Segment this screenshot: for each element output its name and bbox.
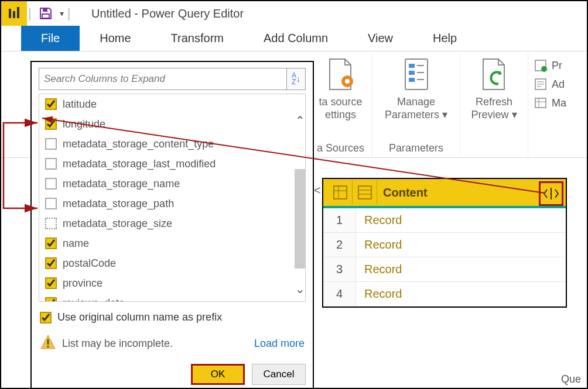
column-checkbox[interactable]	[45, 237, 57, 249]
tab-transform[interactable]: Transform	[151, 26, 244, 51]
load-more-link[interactable]: Load more	[254, 338, 305, 350]
save-icon[interactable]	[39, 6, 53, 20]
svg-rect-23	[334, 186, 347, 199]
tab-file[interactable]: File	[21, 26, 80, 51]
ribbon-refresh-preview[interactable]: Refresh Preview ▾	[460, 51, 528, 157]
column-checkbox[interactable]	[45, 257, 57, 269]
app-brand-icon	[1, 1, 27, 26]
svg-rect-26	[358, 186, 371, 199]
column-checkbox[interactable]	[45, 277, 57, 289]
column-item[interactable]: postalCode	[39, 253, 292, 273]
svg-rect-1	[13, 11, 15, 18]
column-checkbox[interactable]	[45, 118, 57, 130]
table-row[interactable]: 3Record	[323, 257, 566, 282]
column-item[interactable]: latitude	[39, 94, 292, 114]
column-label: name	[63, 237, 89, 250]
svg-rect-7	[405, 59, 428, 89]
ribbon-properties[interactable]: Pr	[534, 56, 587, 75]
ribbon-advanced-editor[interactable]: Ad	[534, 75, 587, 94]
ribbon-manage[interactable]: Ma	[534, 94, 587, 112]
column-checkbox[interactable]	[45, 218, 57, 229]
ok-button[interactable]: OK	[191, 364, 245, 385]
column-item[interactable]: province	[39, 273, 292, 293]
window-title: Untitled - Power Query Editor	[91, 7, 244, 20]
cancel-button[interactable]: Cancel	[252, 364, 306, 385]
scroll-up-icon[interactable]: ⌃	[295, 112, 305, 129]
ribbon-manage-parameters[interactable]: Manage Parameters ▾ Parameters	[372, 51, 460, 157]
row-selector-icon[interactable]	[328, 180, 353, 205]
column-item[interactable]: name	[39, 233, 292, 253]
column-label: metadata_storage_path	[63, 198, 174, 210]
svg-rect-8	[409, 64, 415, 68]
title-bar: | ▾ | Untitled - Power Query Editor	[1, 1, 587, 26]
column-checkbox[interactable]	[45, 297, 57, 302]
prefix-checkbox[interactable]	[40, 312, 52, 323]
ribbon-right-group: Pr Ad Ma Que	[528, 51, 587, 157]
tab-view[interactable]: View	[348, 26, 413, 51]
column-checkbox[interactable]	[45, 138, 57, 150]
refresh-icon	[477, 56, 512, 92]
search-input[interactable]	[39, 68, 287, 90]
column-label: metadata_storage_last_modified	[63, 158, 216, 170]
column-label: longitude	[63, 118, 105, 130]
ribbon-right-footer: Que	[561, 373, 581, 385]
svg-rect-30	[47, 339, 49, 345]
column-header-content[interactable]: Content	[377, 186, 428, 199]
tab-home[interactable]: Home	[80, 26, 151, 51]
column-label: latitude	[63, 98, 97, 111]
column-checkbox[interactable]	[45, 178, 57, 190]
column-label: metadata_storage_content_type	[63, 138, 214, 150]
tab-help[interactable]: Help	[413, 26, 477, 51]
gear-document-icon	[323, 56, 358, 92]
expand-columns-popup: AZ↓ ⌃ ⌄ latitudelongitudemetadata_storag…	[30, 61, 314, 389]
column-checkbox[interactable]	[45, 158, 57, 170]
svg-point-6	[345, 79, 350, 84]
expand-column-button[interactable]	[539, 181, 563, 206]
svg-rect-0	[9, 9, 11, 18]
column-type-icon[interactable]	[353, 180, 377, 205]
warning-icon	[40, 334, 56, 353]
scrollbar-thumb[interactable]	[295, 169, 305, 268]
column-label: province	[63, 277, 102, 290]
svg-rect-10	[409, 78, 415, 82]
column-list: ⌃ ⌄ latitudelongitudemetadata_storage_co…	[39, 94, 306, 302]
column-item[interactable]: metadata_storage_last_modified	[39, 154, 292, 174]
ribbon-data-source-settings[interactable]: ta source ettings a Sources	[309, 51, 372, 157]
separator: |	[28, 6, 32, 21]
table-row[interactable]: 2Record	[323, 233, 566, 257]
column-label: postalCode	[63, 257, 116, 270]
svg-point-15	[541, 66, 547, 72]
prefix-label: Use original column name as prefix	[57, 311, 222, 323]
svg-rect-3	[43, 9, 47, 12]
column-label: metadata_storage_size	[63, 218, 172, 230]
svg-rect-31	[47, 346, 49, 347]
svg-rect-2	[17, 7, 19, 18]
table-row[interactable]: 1Record	[323, 208, 566, 233]
table-row[interactable]: 4Record	[323, 282, 566, 307]
column-label: reviews_date	[63, 297, 125, 302]
tab-add-column[interactable]: Add Column	[244, 26, 348, 51]
column-item[interactable]: metadata_storage_path	[39, 194, 292, 214]
column-label: metadata_storage_name	[63, 178, 180, 190]
column-item[interactable]: metadata_storage_size	[39, 214, 292, 233]
column-item[interactable]: longitude	[39, 114, 292, 134]
ribbon-tabs: File Home Transform Add Column View Help	[1, 26, 587, 51]
column-item[interactable]: metadata_storage_name	[39, 174, 292, 194]
svg-rect-20	[535, 98, 546, 108]
qat-dropdown-icon[interactable]: ▾	[60, 9, 64, 18]
column-checkbox[interactable]	[45, 198, 57, 209]
parameters-icon	[399, 56, 434, 92]
svg-rect-4	[42, 14, 49, 18]
warning-text: List may be incomplete.	[62, 338, 173, 350]
data-preview: < Content 1Record 2Record 3Record 4Recor…	[322, 178, 567, 308]
column-header-row: Content	[323, 179, 566, 208]
column-item[interactable]: reviews_date	[39, 293, 292, 302]
svg-rect-9	[409, 71, 415, 75]
column-item[interactable]: metadata_storage_content_type	[39, 134, 292, 154]
collapse-nav-icon[interactable]: <	[314, 184, 321, 197]
scroll-down-icon[interactable]: ⌄	[295, 280, 305, 298]
sort-az-button[interactable]: AZ↓	[287, 68, 306, 90]
column-checkbox[interactable]	[45, 98, 57, 110]
